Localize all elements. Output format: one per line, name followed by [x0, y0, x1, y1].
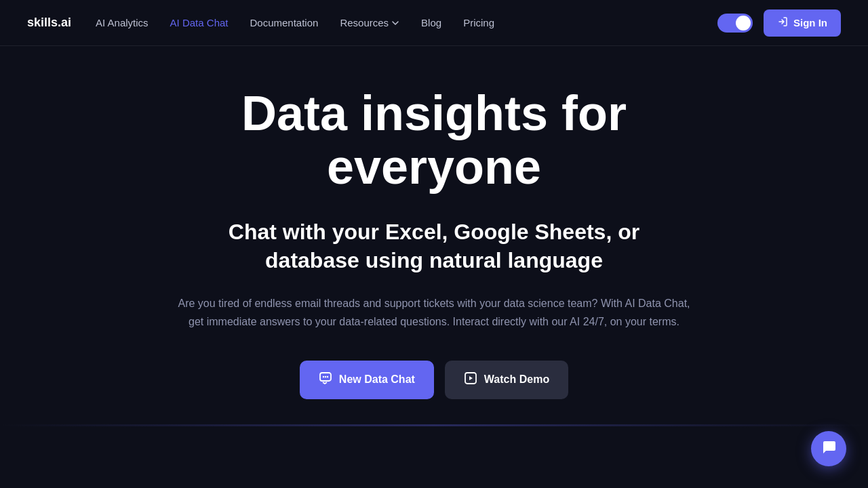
toggle-knob — [736, 16, 751, 30]
svg-point-2 — [325, 376, 326, 378]
new-data-chat-label: New Data Chat — [339, 373, 415, 386]
sign-in-label: Sign In — [793, 17, 827, 28]
sign-in-icon — [777, 16, 788, 30]
navbar: skills.ai AI Analytics AI Data Chat Docu… — [0, 0, 868, 46]
nav-right: Sign In — [717, 9, 841, 37]
watch-demo-button[interactable]: Watch Demo — [445, 361, 568, 399]
ai-data-chat-link[interactable]: AI Data Chat — [170, 17, 229, 28]
hero-description: Are you tired of endless email threads a… — [170, 294, 698, 331]
ai-analytics-link[interactable]: AI Analytics — [96, 17, 149, 28]
nav-item-documentation[interactable]: Documentation — [250, 17, 319, 29]
hero-buttons: New Data Chat Watch Demo — [300, 361, 568, 399]
play-icon — [464, 371, 477, 388]
resources-label: Resources — [340, 17, 389, 28]
nav-item-ai-data-chat[interactable]: AI Data Chat — [170, 17, 229, 29]
chevron-down-icon — [391, 19, 399, 27]
nav-item-resources[interactable]: Resources — [340, 17, 399, 28]
chat-bubble-icon — [821, 439, 837, 459]
nav-left: skills.ai AI Analytics AI Data Chat Docu… — [27, 16, 494, 30]
logo[interactable]: skills.ai — [27, 16, 71, 30]
sign-in-button[interactable]: Sign In — [764, 9, 841, 37]
resources-link[interactable]: Resources — [340, 17, 399, 28]
svg-point-1 — [323, 376, 324, 378]
pricing-link[interactable]: Pricing — [463, 17, 494, 28]
watch-demo-label: Watch Demo — [484, 373, 549, 386]
hero-title: Data insights for everyone — [129, 87, 739, 194]
bottom-divider — [0, 424, 868, 426]
documentation-link[interactable]: Documentation — [250, 17, 319, 28]
chat-support-bubble[interactable] — [811, 431, 846, 466]
nav-item-blog[interactable]: Blog — [421, 17, 441, 29]
nav-item-pricing[interactable]: Pricing — [463, 17, 494, 29]
new-data-chat-button[interactable]: New Data Chat — [300, 361, 434, 399]
hero-subtitle: Chat with your Excel, Google Sheets, or … — [197, 218, 671, 274]
theme-toggle[interactable] — [717, 14, 753, 33]
nav-item-ai-analytics[interactable]: AI Analytics — [96, 17, 149, 29]
nav-links: AI Analytics AI Data Chat Documentation … — [96, 17, 494, 29]
blog-link[interactable]: Blog — [421, 17, 441, 28]
chat-icon — [319, 371, 332, 388]
svg-point-3 — [327, 376, 328, 378]
hero-section: Data insights for everyone Chat with you… — [0, 46, 868, 426]
